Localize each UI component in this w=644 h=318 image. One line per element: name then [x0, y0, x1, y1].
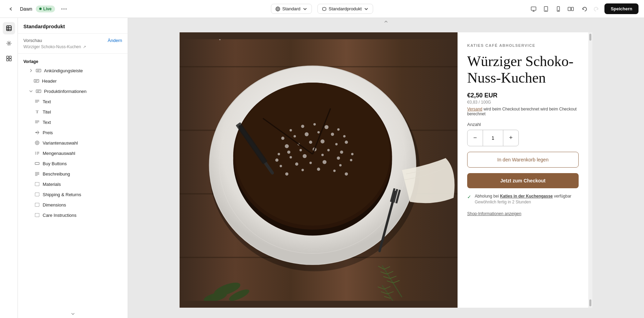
- svg-point-65: [301, 125, 304, 128]
- scroll-up-indicator[interactable]: [128, 18, 644, 25]
- other-view-button[interactable]: [565, 3, 576, 14]
- preview-content: KATIES CAFÉ ABHOLSERVICE Würziger Schoko…: [180, 32, 592, 308]
- svg-point-83: [300, 149, 302, 151]
- ankuendigungsleiste-label: Ankündigungsleiste: [44, 68, 83, 73]
- product-dropdown[interactable]: Standardprodukt: [317, 4, 373, 14]
- quantity-value: 1: [483, 130, 503, 146]
- tree-item-header[interactable]: Header: [18, 76, 128, 86]
- svg-point-74: [343, 135, 346, 137]
- tree-item-dimensions[interactable]: Dimensions: [18, 200, 128, 210]
- svg-point-95: [295, 162, 298, 166]
- tree-item-buy-buttons[interactable]: Buy Buttons: [18, 158, 128, 169]
- svg-point-81: [278, 153, 280, 155]
- quantity-decrease-button[interactable]: −: [468, 130, 483, 146]
- app-name: Dawn: [20, 6, 32, 12]
- apps-sidebar-button[interactable]: [3, 52, 15, 65]
- svg-point-7: [546, 10, 546, 11]
- topbar-center: Standard Standardprodukt: [271, 4, 373, 14]
- standard-dropdown[interactable]: Standard: [271, 4, 312, 14]
- preview-label: Vorschau: [23, 38, 42, 43]
- more-button[interactable]: [58, 3, 69, 14]
- svg-point-92: [337, 157, 340, 160]
- svg-rect-17: [9, 59, 11, 61]
- tree-item-materials[interactable]: Materials: [18, 179, 128, 189]
- product-name-value: Würziger Schoko-Nuss-Kuchen: [23, 44, 81, 49]
- tree-item-ankuendigungsleiste[interactable]: Ankündigungsleiste: [18, 65, 128, 76]
- pickup-ready: Gewöhnlich fertig in 2 Stunden: [475, 200, 571, 204]
- tree-item-beschreibung[interactable]: Beschreibung: [18, 169, 128, 179]
- product-details: KATIES CAFÉ ABHOLSERVICE Würziger Schoko…: [458, 32, 588, 308]
- layers-sidebar-button[interactable]: [3, 22, 15, 34]
- svg-point-100: [301, 169, 304, 171]
- checkout-button[interactable]: Jetzt zum Checkout: [467, 173, 579, 188]
- svg-point-64: [290, 129, 292, 131]
- back-button[interactable]: [6, 3, 17, 14]
- tree-item-shipping[interactable]: Shipping & Returns: [18, 189, 128, 200]
- tree-item-preis[interactable]: Preis: [18, 127, 128, 138]
- svg-point-75: [285, 144, 289, 148]
- preis-label: Preis: [43, 130, 53, 135]
- shipping-suffix: wird beim Checkout berechnet: [483, 107, 539, 112]
- svg-point-79: [335, 143, 337, 146]
- tree-item-produktinformationen[interactable]: Produktinformationen: [18, 86, 128, 96]
- svg-rect-21: [34, 80, 39, 82]
- panel-header: Standardprodukt: [18, 18, 128, 34]
- shipping-row: Versand wird beim Checkout berechnet wir…: [467, 107, 579, 116]
- svg-rect-14: [7, 56, 9, 58]
- view-icons: [528, 3, 576, 14]
- svg-point-99: [285, 172, 288, 176]
- svg-point-78: [321, 139, 325, 144]
- panel-preview-row: Vorschau Ändern: [23, 38, 122, 43]
- tree-item-variantenauswahl[interactable]: Variantenauswahl: [18, 138, 128, 148]
- svg-point-86: [340, 150, 343, 153]
- topbar: Dawn Live Standard Standardprodukt: [0, 0, 644, 18]
- cake-svg: [180, 39, 458, 301]
- panel-sidebar: Standardprodukt Vorschau Ändern Würziger…: [18, 18, 128, 318]
- svg-point-70: [293, 135, 296, 137]
- svg-point-2: [65, 8, 66, 9]
- svg-point-66: [313, 123, 316, 126]
- svg-rect-12: [7, 26, 11, 31]
- svg-point-67: [324, 125, 329, 129]
- svg-point-0: [61, 8, 62, 9]
- svg-point-88: [275, 159, 278, 162]
- add-to-cart-button[interactable]: In den Warenkorb legen: [467, 152, 579, 168]
- tree-item-care-instructions[interactable]: Care Instructions: [18, 210, 128, 220]
- tree-item-mengenauswahl[interactable]: Mengenauswahl: [18, 148, 128, 158]
- svg-point-82: [287, 150, 290, 153]
- svg-point-73: [331, 132, 334, 136]
- tree-item-text-2[interactable]: Text: [18, 117, 128, 127]
- brand-label: KATIES CAFÉ ABHOLSERVICE: [467, 43, 579, 47]
- mobile-view-button[interactable]: [553, 3, 564, 14]
- svg-rect-50: [35, 213, 39, 217]
- svg-point-9: [558, 10, 558, 10]
- quantity-control: − 1 +: [467, 130, 519, 146]
- topbar-right: Speichern: [528, 3, 638, 14]
- variantenauswahl-label: Variantenauswahl: [43, 140, 78, 146]
- panel-scroll: Vorlage Ankündigungsleiste Header Produk…: [18, 54, 128, 310]
- shop-info-link[interactable]: Shop-Informationen anzeigen: [467, 211, 579, 216]
- shipping-link[interactable]: Versand: [467, 107, 482, 112]
- save-button[interactable]: Speichern: [604, 3, 638, 14]
- buy-buttons-label: Buy Buttons: [43, 161, 67, 166]
- standard-label: Standard: [282, 6, 301, 11]
- scroll-down-indicator[interactable]: [18, 310, 128, 318]
- undo-redo: [579, 3, 602, 14]
- header-label: Header: [42, 78, 57, 84]
- redo-button[interactable]: [591, 3, 602, 14]
- tablet-view-button[interactable]: [540, 3, 551, 14]
- settings-sidebar-button[interactable]: [3, 37, 15, 50]
- svg-point-101: [317, 168, 320, 171]
- product-dropdown-label: Standardprodukt: [329, 6, 362, 11]
- desktop-view-button[interactable]: [528, 3, 539, 14]
- svg-point-77: [309, 141, 312, 144]
- change-link[interactable]: Ändern: [108, 38, 122, 43]
- tree-item-text-1[interactable]: Text: [18, 96, 128, 107]
- svg-point-13: [8, 43, 10, 44]
- undo-button[interactable]: [579, 3, 590, 14]
- quantity-increase-button[interactable]: +: [503, 130, 518, 146]
- mengenauswahl-label: Mengenauswahl: [43, 151, 75, 156]
- tree-item-titel[interactable]: T Titel: [18, 107, 128, 117]
- check-icon: ✓: [467, 194, 471, 200]
- pickup-available-suffix: verfügbar: [554, 194, 571, 199]
